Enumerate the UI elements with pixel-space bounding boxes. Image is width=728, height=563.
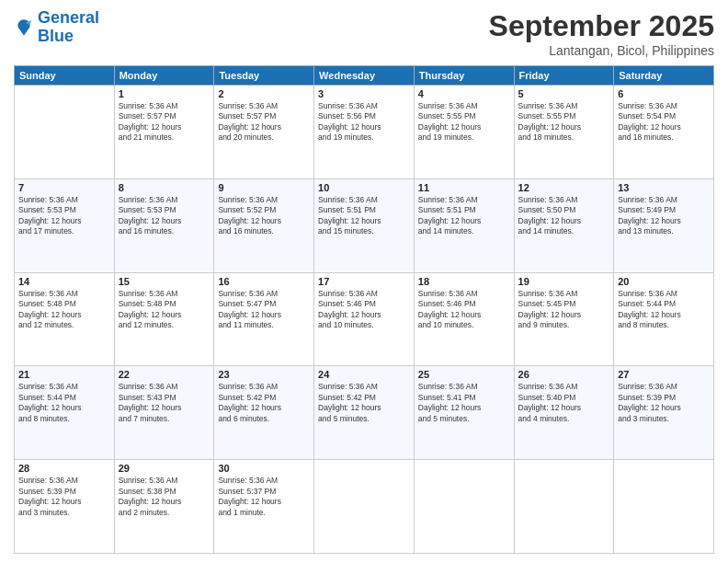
calendar-cell: 9Sunrise: 5:36 AMSunset: 5:52 PMDaylight… <box>214 178 314 272</box>
day-number: 21 <box>18 369 110 380</box>
calendar-cell: 21Sunrise: 5:36 AMSunset: 5:44 PMDayligh… <box>15 366 115 460</box>
day-info: Sunrise: 5:36 AMSunset: 5:46 PMDaylight:… <box>418 289 510 331</box>
day-number: 16 <box>218 276 310 287</box>
calendar-table: SundayMondayTuesdayWednesdayThursdayFrid… <box>14 65 714 554</box>
calendar-cell: 25Sunrise: 5:36 AMSunset: 5:41 PMDayligh… <box>414 366 514 460</box>
day-info: Sunrise: 5:36 AMSunset: 5:42 PMDaylight:… <box>318 382 410 424</box>
day-number: 5 <box>518 88 610 99</box>
calendar-cell: 13Sunrise: 5:36 AMSunset: 5:49 PMDayligh… <box>614 178 714 272</box>
calendar-cell: 18Sunrise: 5:36 AMSunset: 5:46 PMDayligh… <box>414 272 514 366</box>
day-info: Sunrise: 5:36 AMSunset: 5:51 PMDaylight:… <box>318 195 410 237</box>
calendar-cell: 8Sunrise: 5:36 AMSunset: 5:53 PMDaylight… <box>114 178 214 272</box>
day-number: 8 <box>119 182 210 193</box>
calendar-cell: 28Sunrise: 5:36 AMSunset: 5:39 PMDayligh… <box>15 460 115 554</box>
calendar-cell: 5Sunrise: 5:36 AMSunset: 5:55 PMDaylight… <box>514 86 614 179</box>
day-number: 20 <box>618 276 710 287</box>
day-number: 17 <box>318 276 410 287</box>
day-info: Sunrise: 5:36 AMSunset: 5:43 PMDaylight:… <box>119 382 210 424</box>
logo-text: General Blue <box>38 9 99 46</box>
day-number: 7 <box>18 182 110 193</box>
day-info: Sunrise: 5:36 AMSunset: 5:47 PMDaylight:… <box>218 289 310 331</box>
calendar-cell <box>514 460 614 554</box>
calendar-cell: 26Sunrise: 5:36 AMSunset: 5:40 PMDayligh… <box>514 366 614 460</box>
day-number: 1 <box>119 88 210 99</box>
day-number: 3 <box>318 88 410 99</box>
day-number: 25 <box>418 369 510 380</box>
day-number: 10 <box>318 182 410 193</box>
day-info: Sunrise: 5:36 AMSunset: 5:49 PMDaylight:… <box>618 195 710 237</box>
day-number: 12 <box>518 182 610 193</box>
day-number: 27 <box>618 369 710 380</box>
day-info: Sunrise: 5:36 AMSunset: 5:39 PMDaylight:… <box>18 476 110 518</box>
calendar-cell: 10Sunrise: 5:36 AMSunset: 5:51 PMDayligh… <box>314 178 415 272</box>
calendar-cell <box>614 460 714 554</box>
weekday-header: Saturday <box>614 66 714 86</box>
calendar-cell: 30Sunrise: 5:36 AMSunset: 5:37 PMDayligh… <box>214 460 314 554</box>
weekday-header: Monday <box>114 66 214 86</box>
day-info: Sunrise: 5:36 AMSunset: 5:48 PMDaylight:… <box>119 289 210 331</box>
calendar-cell: 2Sunrise: 5:36 AMSunset: 5:57 PMDaylight… <box>214 86 314 179</box>
logo: General Blue <box>14 9 99 46</box>
day-info: Sunrise: 5:36 AMSunset: 5:53 PMDaylight:… <box>18 195 110 237</box>
calendar-cell: 23Sunrise: 5:36 AMSunset: 5:42 PMDayligh… <box>214 366 314 460</box>
day-number: 6 <box>618 88 710 99</box>
day-number: 18 <box>418 276 510 287</box>
day-info: Sunrise: 5:36 AMSunset: 5:51 PMDaylight:… <box>418 195 510 237</box>
week-row: 28Sunrise: 5:36 AMSunset: 5:39 PMDayligh… <box>15 460 714 554</box>
day-info: Sunrise: 5:36 AMSunset: 5:53 PMDaylight:… <box>119 195 210 237</box>
day-number: 9 <box>218 182 310 193</box>
day-info: Sunrise: 5:36 AMSunset: 5:37 PMDaylight:… <box>218 476 310 518</box>
weekday-header: Sunday <box>15 66 115 86</box>
logo-icon <box>14 17 34 38</box>
day-number: 24 <box>318 369 410 380</box>
week-row: 21Sunrise: 5:36 AMSunset: 5:44 PMDayligh… <box>15 366 714 460</box>
weekday-header: Tuesday <box>214 66 314 86</box>
calendar-cell: 15Sunrise: 5:36 AMSunset: 5:48 PMDayligh… <box>114 272 214 366</box>
day-info: Sunrise: 5:36 AMSunset: 5:52 PMDaylight:… <box>218 195 310 237</box>
calendar-cell: 17Sunrise: 5:36 AMSunset: 5:46 PMDayligh… <box>314 272 415 366</box>
day-info: Sunrise: 5:36 AMSunset: 5:44 PMDaylight:… <box>618 289 710 331</box>
day-info: Sunrise: 5:36 AMSunset: 5:42 PMDaylight:… <box>218 382 310 424</box>
day-number: 2 <box>218 88 310 99</box>
calendar-cell: 22Sunrise: 5:36 AMSunset: 5:43 PMDayligh… <box>114 366 214 460</box>
calendar-cell: 7Sunrise: 5:36 AMSunset: 5:53 PMDaylight… <box>15 178 115 272</box>
title-section: September 2025 Lantangan, Bicol, Philipp… <box>489 9 714 58</box>
page: General Blue September 2025 Lantangan, B… <box>0 0 728 563</box>
calendar-cell: 4Sunrise: 5:36 AMSunset: 5:55 PMDaylight… <box>414 86 514 179</box>
calendar-cell: 6Sunrise: 5:36 AMSunset: 5:54 PMDaylight… <box>614 86 714 179</box>
calendar-cell: 1Sunrise: 5:36 AMSunset: 5:57 PMDaylight… <box>114 86 214 179</box>
day-info: Sunrise: 5:36 AMSunset: 5:57 PMDaylight:… <box>119 101 210 144</box>
day-number: 19 <box>518 276 610 287</box>
calendar-cell: 27Sunrise: 5:36 AMSunset: 5:39 PMDayligh… <box>614 366 714 460</box>
calendar-cell: 3Sunrise: 5:36 AMSunset: 5:56 PMDaylight… <box>314 86 415 179</box>
day-info: Sunrise: 5:36 AMSunset: 5:38 PMDaylight:… <box>119 476 210 518</box>
day-number: 26 <box>518 369 610 380</box>
calendar-cell: 16Sunrise: 5:36 AMSunset: 5:47 PMDayligh… <box>214 272 314 366</box>
day-number: 11 <box>418 182 510 193</box>
day-number: 29 <box>119 463 210 474</box>
day-number: 4 <box>418 88 510 99</box>
day-info: Sunrise: 5:36 AMSunset: 5:41 PMDaylight:… <box>418 382 510 424</box>
day-number: 22 <box>119 369 210 380</box>
week-row: 14Sunrise: 5:36 AMSunset: 5:48 PMDayligh… <box>15 272 714 366</box>
day-info: Sunrise: 5:36 AMSunset: 5:40 PMDaylight:… <box>518 382 610 424</box>
day-info: Sunrise: 5:36 AMSunset: 5:55 PMDaylight:… <box>518 101 610 144</box>
day-info: Sunrise: 5:36 AMSunset: 5:48 PMDaylight:… <box>18 289 110 331</box>
calendar-cell <box>314 460 415 554</box>
day-number: 15 <box>119 276 210 287</box>
calendar-cell <box>414 460 514 554</box>
calendar-cell: 29Sunrise: 5:36 AMSunset: 5:38 PMDayligh… <box>114 460 214 554</box>
weekday-header-row: SundayMondayTuesdayWednesdayThursdayFrid… <box>15 66 714 86</box>
calendar-cell: 19Sunrise: 5:36 AMSunset: 5:45 PMDayligh… <box>514 272 614 366</box>
day-number: 13 <box>618 182 710 193</box>
weekday-header: Friday <box>514 66 614 86</box>
calendar-cell <box>15 86 115 179</box>
location: Lantangan, Bicol, Philippines <box>489 43 714 58</box>
calendar-cell: 24Sunrise: 5:36 AMSunset: 5:42 PMDayligh… <box>314 366 415 460</box>
day-info: Sunrise: 5:36 AMSunset: 5:46 PMDaylight:… <box>318 289 410 331</box>
day-info: Sunrise: 5:36 AMSunset: 5:45 PMDaylight:… <box>518 289 610 331</box>
day-info: Sunrise: 5:36 AMSunset: 5:50 PMDaylight:… <box>518 195 610 237</box>
weekday-header: Thursday <box>414 66 514 86</box>
day-number: 30 <box>218 463 310 474</box>
day-info: Sunrise: 5:36 AMSunset: 5:56 PMDaylight:… <box>318 101 410 144</box>
